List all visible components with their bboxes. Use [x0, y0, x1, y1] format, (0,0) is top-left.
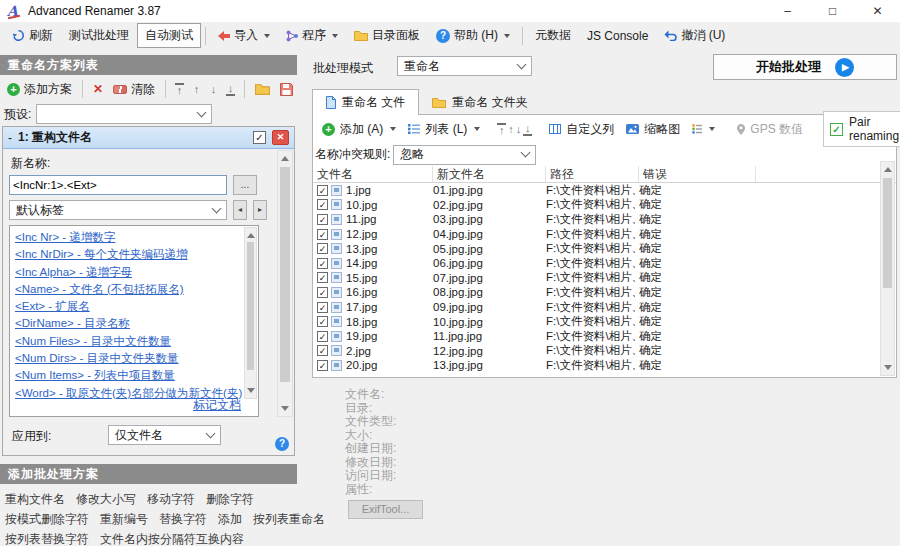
tag-next-button[interactable]: ▸ [253, 200, 267, 220]
method-close-button[interactable] [272, 130, 289, 145]
auto-test-button[interactable]: 自动测试 [137, 23, 201, 48]
scrollbar-thumb[interactable] [280, 167, 290, 382]
add-method-link[interactable]: 修改大小写 [76, 489, 136, 509]
row-checkbox[interactable] [317, 199, 328, 210]
thumbnails-button[interactable]: 缩略图 [621, 118, 685, 141]
table-row[interactable]: 18.jpg10.jpg.jpgF:\文件资料\相片、图...确定 [313, 314, 896, 329]
method-header[interactable]: - 1: 重构文件名 [3, 127, 294, 149]
table-row[interactable]: 13.jpg05.jpg.jpgF:\文件资料\相片、图...确定 [313, 241, 896, 256]
method-help-icon[interactable] [275, 437, 289, 451]
table-row[interactable]: 20.jpg13.jpg.jpgF:\文件资料\相片、图...确定 [313, 358, 896, 373]
row-checkbox[interactable] [317, 360, 328, 371]
add-method-link[interactable]: 替换字符 [159, 509, 207, 529]
table-row[interactable]: 14.jpg06.jpg.jpgF:\文件资料\相片、图...确定 [313, 256, 896, 271]
import-button[interactable]: 导入 [210, 23, 278, 48]
add-method-link[interactable]: 添加 [218, 509, 242, 529]
table-row[interactable]: 11.jpg03.jpg.jpgF:\文件资料\相片、图...确定 [313, 212, 896, 227]
file-move-down-button[interactable]: ↓ [516, 123, 522, 136]
exiftool-button[interactable]: ExifTool... [348, 500, 423, 519]
row-checkbox[interactable] [317, 272, 328, 283]
conflict-rule-select[interactable]: 忽略 [393, 145, 536, 165]
js-console-button[interactable]: JS Console [579, 25, 656, 47]
minimize-button[interactable]: – [765, 0, 810, 22]
table-row[interactable]: 16.jpg08.jpg.jpgF:\文件资料\相片、图...确定 [313, 285, 896, 300]
row-checkbox[interactable] [317, 316, 328, 327]
test-batch-button[interactable]: 测试批处理 [61, 23, 137, 48]
refresh-button[interactable]: 刷新 [4, 23, 61, 48]
batch-mode-select[interactable]: 重命名 [397, 56, 532, 76]
table-row[interactable]: 1.jpg01.jpg.jpgF:\文件资料\相片、图...确定 [313, 183, 896, 198]
pair-renaming-checkbox[interactable]: Pair renaming [823, 111, 900, 147]
save-preset-button[interactable] [276, 80, 297, 99]
file-table-scrollbar[interactable] [880, 161, 895, 376]
table-row[interactable]: 10.jpg02.jpg.jpgF:\文件资料\相片、图...确定 [313, 198, 896, 213]
column-header-filename[interactable]: 文件名 [313, 166, 433, 182]
table-row[interactable]: 17.jpg09.jpg.jpgF:\文件资料\相片、图...确定 [313, 300, 896, 315]
list-button[interactable]: 列表 (L) [403, 118, 485, 141]
tag-link[interactable]: <Inc Alpha> - 递增字母 [15, 264, 242, 281]
table-row[interactable]: 12.jpg04.jpg.jpgF:\文件资料\相片、图...确定 [313, 227, 896, 242]
tag-link[interactable]: <Num Items> - 列表中项目数量 [15, 367, 242, 384]
scrollbar-thumb[interactable] [883, 178, 892, 288]
method-enabled-checkbox[interactable] [253, 131, 266, 144]
tab-rename-folders[interactable]: 重命名 文件夹 [419, 90, 540, 115]
tag-link[interactable]: <Name> - 文件名 (不包括拓展名) [15, 281, 242, 298]
scroll-up-icon[interactable] [281, 156, 289, 161]
clear-methods-button[interactable]: 清除 [109, 78, 159, 101]
table-row[interactable]: 2.jpg12.jpg.jpgF:\文件资料\相片、图...确定 [313, 344, 896, 359]
start-batch-button[interactable]: 开始批处理 [713, 54, 897, 80]
file-move-bottom-button[interactable]: ↓ [523, 122, 532, 137]
add-method-button[interactable]: 添加方案 [3, 78, 76, 101]
tag-link[interactable]: <Inc NrDir> - 每个文件夹编码递增 [15, 246, 242, 263]
undo-button[interactable]: 撤消 (U) [656, 23, 733, 48]
tag-link[interactable]: <Num Dirs> - 目录中文件夹数量 [15, 350, 242, 367]
table-row[interactable]: 19.jpg11.jpg.jpgF:\文件资料\相片、图...确定 [313, 329, 896, 344]
metadata-button[interactable]: 元数据 [527, 23, 579, 48]
tag-doc-link[interactable]: 标记文档 [193, 397, 241, 414]
maximize-button[interactable]: □ [810, 0, 855, 22]
scrollbar-thumb[interactable] [247, 242, 254, 370]
tag-prev-button[interactable]: ◂ [233, 200, 247, 220]
file-move-up-button[interactable]: ↑ [508, 123, 514, 136]
add-files-button[interactable]: 添加 (A) [317, 118, 401, 141]
gps-data-button[interactable]: GPS 数值 [732, 118, 808, 141]
row-checkbox[interactable] [317, 302, 328, 313]
tag-link[interactable]: <Ext> - 扩展名 [15, 298, 242, 315]
add-method-link[interactable]: 按列表重命名 [253, 509, 325, 529]
row-checkbox[interactable] [317, 287, 328, 298]
tag-link[interactable]: <Inc Nr> - 递增数字 [15, 229, 242, 246]
collapse-icon[interactable]: - [8, 131, 12, 145]
row-checkbox[interactable] [317, 229, 328, 240]
close-button[interactable]: ✕ [855, 0, 900, 22]
apply-to-select[interactable]: 仅文件名 [108, 425, 221, 445]
add-method-link[interactable]: 按模式删除字符 [5, 509, 89, 529]
row-checkbox[interactable] [317, 345, 328, 356]
tag-link[interactable]: <DirName> - 目录名称 [15, 315, 242, 332]
move-bottom-button[interactable]: ↓ [223, 82, 238, 97]
table-row[interactable]: 15.jpg07.jpg.jpgF:\文件资料\相片、图...确定 [313, 271, 896, 286]
tag-link[interactable]: <Num Files> - 目录中文件数量 [15, 333, 242, 350]
list-options-button[interactable] [687, 121, 720, 137]
add-method-link[interactable]: 重构文件名 [5, 489, 65, 509]
add-method-link[interactable]: 删除字符 [206, 489, 254, 509]
tag-list-scrollbar[interactable] [244, 227, 257, 399]
row-checkbox[interactable] [317, 185, 328, 196]
add-method-link[interactable]: 文件名内按分隔符互换内容 [100, 529, 244, 546]
add-method-link[interactable]: 重新编号 [100, 509, 148, 529]
scroll-up-icon[interactable] [884, 167, 892, 172]
row-checkbox[interactable] [317, 331, 328, 342]
new-name-input[interactable] [9, 175, 227, 195]
move-top-button[interactable]: ↑ [172, 82, 187, 97]
directory-panel-button[interactable]: 目录面板 [346, 23, 428, 48]
file-move-top-button[interactable]: ↑ [497, 122, 506, 137]
more-button[interactable]: ... [233, 175, 257, 195]
column-header-path[interactable]: 路径 [546, 166, 639, 182]
add-method-link[interactable]: 移动字符 [147, 489, 195, 509]
move-down-button[interactable]: ↓ [206, 83, 221, 96]
remove-method-button[interactable] [89, 79, 107, 99]
add-method-link[interactable]: 按列表替换字符 [5, 529, 89, 546]
row-checkbox[interactable] [317, 214, 328, 225]
method-panel-scrollbar[interactable] [277, 150, 293, 417]
open-preset-button[interactable] [251, 80, 274, 98]
scroll-down-icon[interactable] [281, 406, 289, 411]
